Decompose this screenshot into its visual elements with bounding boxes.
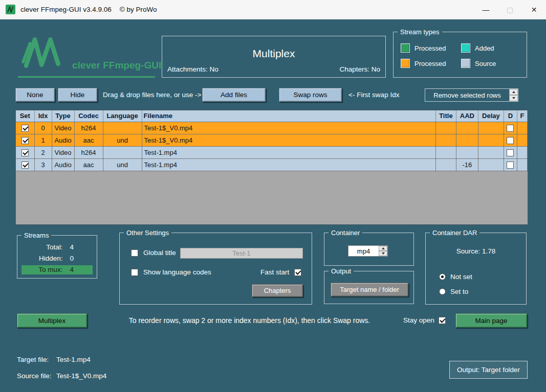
cell-idx[interactable]: 1 (34, 134, 52, 146)
remove-selected-rows-control[interactable]: Remove selected rows (425, 88, 518, 102)
cell-d[interactable] (504, 158, 517, 171)
global-title-checkbox[interactable] (131, 249, 138, 257)
cell-aad[interactable] (456, 146, 478, 158)
cell-type[interactable]: Video (52, 122, 74, 134)
show-language-codes-checkbox[interactable] (131, 269, 138, 276)
target-name-folder-button[interactable]: Target name / folder (331, 283, 408, 296)
multiplex-button[interactable]: Multiplex (17, 313, 87, 328)
set-checkbox[interactable] (21, 137, 29, 144)
cell-codec[interactable]: aac (74, 158, 103, 171)
table-row[interactable]: 2Videoh264Test-1.mp4 (16, 146, 528, 158)
minimize-button[interactable]: — (474, 0, 498, 19)
cell-d[interactable] (504, 146, 517, 158)
cell-codec[interactable]: h264 (74, 146, 103, 158)
cell-set[interactable] (16, 122, 34, 134)
fast-start-checkbox[interactable] (294, 269, 301, 276)
remove-rows-spinner[interactable] (509, 89, 518, 101)
main-page-button[interactable]: Main page (455, 313, 527, 328)
dar-not-set-option[interactable]: Not set (439, 273, 472, 281)
container-format-spinner[interactable]: mp4 (348, 245, 388, 257)
cell-idx[interactable]: 2 (34, 146, 52, 158)
cell-f[interactable] (517, 158, 527, 171)
set-checkbox[interactable] (21, 125, 29, 132)
column-header-filename[interactable]: Filename (142, 110, 435, 122)
cell-delay[interactable] (478, 146, 504, 158)
close-button[interactable]: ✕ (522, 0, 546, 19)
column-header-d[interactable]: D (504, 110, 517, 122)
cell-title[interactable] (435, 158, 456, 171)
spinner-up-icon[interactable] (509, 89, 518, 95)
not-set-radio-icon[interactable] (439, 273, 446, 280)
d-checkbox[interactable] (507, 137, 514, 144)
cell-set[interactable] (16, 146, 34, 158)
container-spinner-buttons[interactable] (379, 246, 387, 256)
column-header-type[interactable]: Type (52, 110, 74, 122)
set-to-radio-icon[interactable] (439, 288, 446, 295)
cell-filename[interactable]: Test-1.mp4 (142, 146, 435, 158)
table-row[interactable]: 3AudioaacundTest-1.mp4-16 (16, 158, 528, 171)
chapters-button[interactable]: Chapters (252, 284, 303, 297)
cell-filename[interactable]: Test-1$_V0.mp4 (142, 122, 435, 134)
cell-aad[interactable] (456, 134, 478, 146)
stream-types-legend: Stream types Processed Added Processed S… (393, 32, 527, 78)
add-files-button[interactable]: Add files (202, 88, 266, 102)
column-header-title[interactable]: Title (435, 110, 456, 122)
d-checkbox[interactable] (507, 162, 514, 169)
d-checkbox[interactable] (507, 125, 514, 132)
column-header-idx[interactable]: Idx (34, 110, 52, 122)
cell-language[interactable] (103, 146, 142, 158)
column-header-f[interactable]: F (517, 110, 527, 122)
hide-button[interactable]: Hide (58, 88, 97, 102)
cell-f[interactable] (517, 122, 527, 134)
table-row[interactable]: 0Videoh264Test-1$_V0.mp4 (16, 122, 528, 134)
cell-codec[interactable]: aac (74, 134, 103, 146)
global-title-input[interactable] (180, 248, 303, 259)
set-checkbox[interactable] (21, 149, 29, 156)
source-file-label: Source file: (17, 372, 56, 380)
cell-type[interactable]: Audio (52, 158, 74, 171)
cell-aad[interactable] (456, 122, 478, 134)
none-button[interactable]: None (15, 88, 55, 102)
cell-delay[interactable] (478, 122, 504, 134)
cell-language[interactable]: und (103, 134, 142, 146)
cell-language[interactable] (103, 122, 142, 134)
cell-set[interactable] (16, 158, 34, 171)
output-target-folder-button[interactable]: Output: Target folder (449, 361, 528, 379)
cell-title[interactable] (435, 134, 456, 146)
cell-filename[interactable]: Test-1$_V0.mp4 (142, 134, 435, 146)
set-checkbox[interactable] (21, 162, 29, 169)
cell-set[interactable] (16, 134, 34, 146)
spinner-down-icon[interactable] (379, 251, 387, 256)
cell-idx[interactable]: 3 (34, 158, 52, 171)
cell-language[interactable]: und (103, 158, 142, 171)
stay-open-checkbox[interactable] (439, 317, 446, 324)
cell-title[interactable] (435, 146, 456, 158)
spinner-up-icon[interactable] (379, 246, 387, 251)
table-row[interactable]: 1AudioaacundTest-1$_V0.mp4 (16, 134, 528, 146)
cell-delay[interactable] (478, 134, 504, 146)
cell-filename[interactable]: Test-1.mp4 (142, 158, 435, 171)
cell-aad[interactable]: -16 (456, 158, 478, 171)
maximize-button[interactable]: ▢ (498, 0, 522, 19)
column-header-language[interactable]: Language (103, 110, 142, 122)
column-header-aad[interactable]: AAD (456, 110, 478, 122)
cell-type[interactable]: Audio (52, 134, 74, 146)
swap-rows-button[interactable]: Swap rows (279, 88, 342, 102)
cell-title[interactable] (435, 122, 456, 134)
cell-f[interactable] (517, 146, 527, 158)
cell-f[interactable] (517, 134, 527, 146)
stream-types-title: Stream types (398, 28, 442, 36)
cell-idx[interactable]: 0 (34, 122, 52, 134)
cell-delay[interactable] (478, 158, 504, 171)
cell-type[interactable]: Video (52, 146, 74, 158)
streams-total-row: Total: 4 (17, 243, 97, 252)
column-header-set[interactable]: Set (16, 110, 34, 122)
cell-codec[interactable]: h264 (74, 122, 103, 134)
d-checkbox[interactable] (507, 149, 514, 156)
spinner-down-icon[interactable] (509, 95, 518, 101)
cell-d[interactable] (504, 122, 517, 134)
cell-d[interactable] (504, 134, 517, 146)
column-header-codec[interactable]: Codec (74, 110, 103, 122)
dar-set-to-option[interactable]: Set to (439, 288, 468, 295)
column-header-delay[interactable]: Delay (478, 110, 504, 122)
